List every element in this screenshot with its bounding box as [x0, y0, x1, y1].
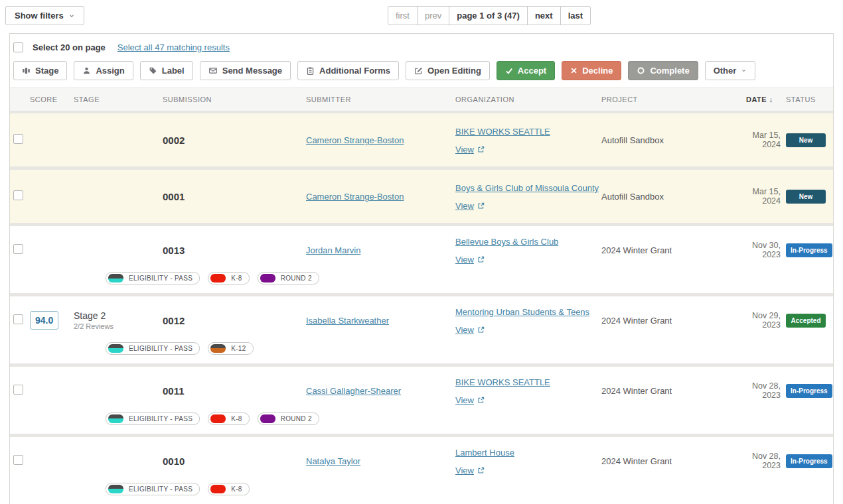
table-row[interactable]: 0010 Natalya Taylor Lambert House View 2…: [10, 437, 833, 504]
date-value: Nov 30, 2023: [734, 241, 781, 259]
assign-button-label: Assign: [96, 66, 124, 76]
stage-button[interactable]: Stage: [13, 61, 67, 80]
row-checkbox[interactable]: [13, 134, 23, 144]
view-link[interactable]: View: [455, 255, 474, 265]
submission-id[interactable]: 0011: [160, 385, 306, 397]
header-score[interactable]: SCORE: [30, 95, 67, 103]
organization-link[interactable]: Bellevue Boys & Girls Club: [455, 237, 558, 247]
label-color-swatch: [210, 274, 226, 283]
table-row[interactable]: 94.0 Stage 2 2/2 Reviews 0012 Isabella S…: [10, 296, 833, 363]
header-date[interactable]: DATE ↓: [734, 95, 781, 103]
pagination-prev-button[interactable]: prev: [417, 6, 449, 25]
external-link-icon: [477, 467, 485, 474]
submitter-link[interactable]: Isabella Starkweather: [306, 316, 389, 326]
organization-link[interactable]: BIKE WORKS SEATTLE: [455, 377, 550, 387]
complete-button[interactable]: Complete: [628, 61, 698, 80]
label-color-swatch: [108, 414, 123, 423]
label-chip: K-12: [208, 342, 253, 355]
row-labels: ELIGIBILITY - PASSK-8ROUND 2: [106, 409, 833, 434]
label-chip: K-8: [208, 272, 249, 284]
tag-icon: [149, 66, 157, 75]
date-value: Nov 28, 2023: [734, 452, 781, 470]
open-editing-button[interactable]: Open Editing: [406, 61, 490, 80]
row-labels: ELIGIBILITY - PASSK-8: [106, 479, 833, 504]
decline-button-label: Decline: [582, 66, 613, 76]
view-link[interactable]: View: [455, 201, 474, 211]
view-link[interactable]: View: [455, 395, 474, 405]
person-icon: [82, 66, 91, 75]
submission-id[interactable]: 0001: [160, 191, 306, 202]
additional-forms-button[interactable]: Additional Forms: [297, 61, 399, 80]
submission-id[interactable]: 0010: [160, 456, 306, 467]
external-link-icon: [477, 397, 485, 404]
assign-button[interactable]: Assign: [74, 61, 133, 80]
view-link[interactable]: View: [455, 325, 474, 335]
table-row[interactable]: 0013 Jordan Marvin Bellevue Boys & Girls…: [10, 226, 833, 293]
decline-button[interactable]: Decline: [562, 61, 621, 80]
clipboard-icon: [306, 66, 315, 76]
row-checkbox[interactable]: [13, 385, 23, 395]
show-filters-button[interactable]: Show filters: [5, 6, 84, 25]
label-color-swatch: [108, 344, 123, 353]
row-checkbox[interactable]: [13, 244, 23, 254]
label-button[interactable]: Label: [140, 61, 193, 80]
project-name: Autofill Sandbox: [601, 192, 734, 202]
select-all-matching-link[interactable]: Select all 47 matching results: [117, 42, 230, 52]
submitter-link[interactable]: Cassi Gallagher-Shearer: [306, 386, 401, 396]
submitter-link[interactable]: Cameron Strange-Boston: [306, 192, 404, 202]
view-link[interactable]: View: [455, 145, 474, 155]
header-organization[interactable]: ORGANIZATION: [455, 95, 601, 103]
organization-link[interactable]: Lambert House: [455, 448, 514, 458]
row-checkbox[interactable]: [13, 455, 23, 465]
pagination-first-button[interactable]: first: [388, 6, 418, 25]
pagination-last-button[interactable]: last: [560, 6, 591, 25]
envelope-icon: [208, 66, 218, 75]
top-bar: Show filters first prev page 1 of 3 (47)…: [0, 0, 843, 33]
select-all-on-page-checkbox[interactable]: [13, 42, 23, 52]
label-chip: ROUND 2: [258, 412, 319, 425]
row-checkbox[interactable]: [13, 314, 23, 324]
row-checkbox[interactable]: [13, 190, 23, 200]
selection-bar: Select 20 on page Select all 47 matching…: [10, 34, 833, 57]
label-chip: K-8: [208, 483, 249, 495]
submission-id[interactable]: 0013: [160, 245, 306, 256]
status-badge: New: [786, 133, 826, 147]
score-value[interactable]: 94.0: [30, 311, 58, 330]
stage-name: Stage 2: [74, 310, 160, 321]
label-color-swatch: [210, 485, 226, 493]
submitter-link[interactable]: Cameron Strange-Boston: [306, 135, 404, 145]
organization-link[interactable]: Mentoring Urban Students & Teens: [455, 307, 589, 317]
header-submitter[interactable]: SUBMITTER: [306, 95, 455, 103]
submission-id[interactable]: 0012: [160, 315, 306, 326]
view-link[interactable]: View: [455, 466, 474, 475]
submitter-link[interactable]: Jordan Marvin: [306, 245, 360, 255]
table-body: 0002 Cameron Strange-Boston BIKE WORKS S…: [10, 111, 833, 504]
label-text: ROUND 2: [281, 275, 312, 282]
pagination-next-button[interactable]: next: [527, 6, 561, 25]
submissions-list: Select 20 on page Select all 47 matching…: [9, 33, 834, 504]
label-text: K-12: [231, 345, 246, 352]
send-message-button[interactable]: Send Message: [200, 61, 291, 80]
actions-toolbar: Stage Assign Label Send Message Addition…: [10, 57, 833, 88]
table-row[interactable]: 0001 Cameron Strange-Boston Boys & Girls…: [10, 170, 833, 223]
header-stage[interactable]: STAGE: [67, 95, 160, 103]
other-button[interactable]: Other: [705, 61, 756, 80]
external-link-icon: [477, 202, 485, 210]
edit-icon: [414, 66, 423, 75]
organization-link[interactable]: Boys & Girls Club of Missoula County: [455, 183, 599, 193]
table-row[interactable]: 0011 Cassi Gallagher-Shearer BIKE WORKS …: [10, 367, 833, 434]
submitter-link[interactable]: Natalya Taylor: [306, 456, 360, 466]
accept-button[interactable]: Accept: [497, 61, 555, 80]
header-status[interactable]: STATUS: [781, 95, 833, 103]
x-icon: [570, 67, 577, 74]
header-date-label: DATE: [746, 95, 767, 103]
check-icon: [505, 67, 513, 75]
organization-link[interactable]: BIKE WORKS SEATTLE: [455, 127, 550, 137]
row-labels: ELIGIBILITY - PASSK-12: [106, 339, 833, 363]
header-submission[interactable]: SUBMISSION: [160, 95, 306, 103]
other-button-label: Other: [714, 66, 737, 76]
header-project[interactable]: PROJECT: [601, 95, 734, 103]
table-row[interactable]: 0002 Cameron Strange-Boston BIKE WORKS S…: [10, 113, 833, 166]
submission-id[interactable]: 0002: [160, 135, 306, 146]
status-badge: In-Progress: [786, 384, 832, 398]
